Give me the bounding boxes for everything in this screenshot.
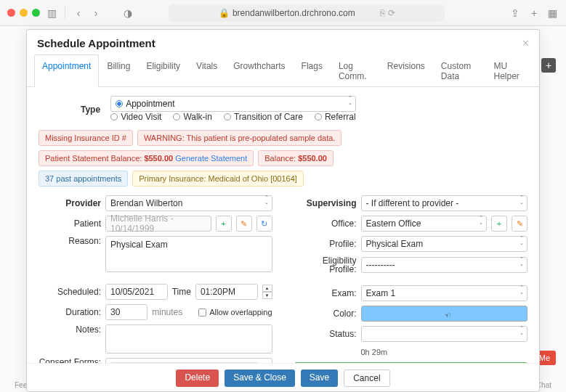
modal-tabs: AppointmentBillingEligibilityVitalsGrowt… — [27, 54, 539, 87]
alert-balance: Balance: $550.00 — [258, 150, 333, 166]
url-bar[interactable]: 🔒 brendanwilberton.drchrono.com ⎘ ⟳ — [169, 4, 445, 22]
type-walk-in[interactable]: Walk-in — [173, 112, 212, 122]
add-patient-icon[interactable]: + — [216, 216, 232, 232]
patient-input[interactable]: Michelle Harris - 10/14/1999 — [105, 216, 211, 232]
duration-input[interactable]: 30 — [105, 304, 147, 320]
tab-mu-helper[interactable]: MU Helper — [486, 54, 533, 87]
reader-icon[interactable]: ⎘ — [380, 8, 385, 18]
type-referral[interactable]: Referral — [315, 112, 356, 122]
tab-revisions[interactable]: Revisions — [379, 54, 433, 87]
notes-textarea[interactable] — [105, 324, 272, 354]
generate-statement-link[interactable]: Generate Statement — [175, 154, 247, 163]
type-transition-of-care[interactable]: Transition of Care — [224, 112, 303, 122]
reason-textarea[interactable]: Physical Exam — [105, 236, 272, 272]
supervising-select[interactable]: - If different to provider - — [361, 195, 528, 211]
cancel-button[interactable]: Cancel — [344, 369, 389, 387]
status-select[interactable] — [361, 326, 528, 342]
share-icon[interactable]: ⇪ — [509, 7, 521, 19]
reason-label: Reason: — [39, 236, 101, 246]
edit-patient-icon[interactable]: ✎ — [236, 216, 252, 232]
tab-flags[interactable]: Flags — [294, 54, 331, 87]
color-select[interactable]: ☜ — [361, 306, 528, 322]
type-appointment[interactable]: Appointment — [110, 96, 355, 112]
url-text: brendanwilberton.drchrono.com — [233, 8, 355, 18]
type-video-visit[interactable]: Video Visit — [110, 112, 161, 122]
allow-overlap-checkbox[interactable]: Allow overlapping — [198, 308, 272, 317]
tab-log-comm-[interactable]: Log Comm. — [331, 54, 379, 87]
supervising-label: Supervising — [294, 198, 357, 208]
elig-select[interactable]: ---------- — [361, 257, 528, 273]
new-tab-icon[interactable]: + — [528, 7, 540, 19]
alert-missing-ins[interactable]: Missing Insurance ID # — [39, 130, 133, 146]
color-label: Color: — [294, 309, 357, 319]
add-office-icon[interactable]: + — [491, 216, 507, 232]
date-input[interactable]: 10/05/2021 — [105, 284, 168, 300]
min-window[interactable] — [20, 9, 28, 17]
forward-icon[interactable]: › — [90, 7, 102, 19]
office-select[interactable]: Eastern Office — [361, 216, 488, 232]
provider-select[interactable]: Brendan Wilberton — [105, 195, 272, 211]
tab-appointment[interactable]: Appointment — [34, 54, 99, 87]
consent-forms[interactable]: × HIPAA Data Use Agreement (default) × N… — [105, 358, 272, 363]
time-label: Time — [172, 287, 191, 297]
tabs-icon[interactable]: ▦ — [547, 7, 559, 19]
type-row: Type AppointmentVideo VisitWalk-inTransi… — [39, 96, 527, 123]
status-label: Status: — [294, 329, 357, 339]
tab-custom-data[interactable]: Custom Data — [433, 54, 486, 87]
close-window[interactable] — [7, 9, 15, 17]
window-controls — [7, 9, 40, 17]
scheduled-label: Scheduled: — [39, 287, 101, 297]
cursor-icon: ☜ — [444, 311, 451, 320]
primary-ins: Primary Insurance: Medicaid of Ohio [001… — [132, 171, 304, 187]
exam-select[interactable]: Exam 1 — [361, 285, 528, 301]
sidebar-icon[interactable]: ▥ — [46, 7, 57, 19]
tab-billing[interactable]: Billing — [99, 54, 138, 87]
close-icon[interactable]: × — [522, 37, 529, 50]
duration-label: Duration: — [39, 307, 101, 317]
duration-unit: minutes — [152, 307, 182, 317]
tab-eligibility[interactable]: Eligibility — [138, 54, 188, 87]
elapsed-text: 0h 29m — [361, 348, 388, 356]
lock-icon: 🔒 — [219, 8, 230, 18]
elig-label: Eligibility Profile: — [294, 256, 357, 274]
save-close-button[interactable]: Save & Close — [225, 369, 295, 387]
past-appts-link[interactable]: 37 past appointments — [39, 171, 128, 187]
profile-label: Profile: — [294, 239, 357, 249]
back-icon[interactable]: ‹ — [73, 7, 84, 19]
provider-label: Provider — [39, 198, 101, 208]
alert-warning: WARNING: This patient is pre-populated s… — [137, 130, 342, 146]
refresh-patient-icon[interactable]: ↻ — [256, 216, 272, 232]
consent-label: Consent Forms: — [39, 358, 101, 363]
time-stepper[interactable]: ▲▼ — [262, 285, 272, 299]
schedule-modal: Schedule Appointment × AppointmentBillin… — [26, 29, 540, 392]
alert-stmt: Patient Statement Balance: $550.00 Gener… — [39, 150, 254, 166]
max-window[interactable] — [32, 9, 40, 17]
modal-footer: Delete Save & Close Save Cancel — [27, 363, 539, 391]
reload-icon[interactable]: ⟳ — [388, 8, 395, 18]
browser-chrome: ▥ ‹ › ◑ 🔒 brendanwilberton.drchrono.com … — [0, 0, 566, 26]
save-button[interactable]: Save — [301, 369, 338, 387]
edit-office-icon[interactable]: ✎ — [512, 216, 527, 232]
notes-label: Notes: — [39, 324, 101, 335]
tab-vitals[interactable]: Vitals — [188, 54, 225, 87]
delete-button[interactable]: Delete — [176, 369, 219, 387]
office-label: Office: — [294, 219, 357, 229]
type-label: Type — [81, 105, 100, 115]
modal-title: Schedule Appointment — [37, 37, 155, 50]
time-input[interactable]: 01:20PM — [195, 284, 258, 300]
profile-select[interactable]: Physical Exam — [361, 236, 528, 252]
exam-label: Exam: — [294, 288, 357, 298]
patient-label: Patient — [39, 219, 101, 229]
shield-icon[interactable]: ◑ — [122, 7, 134, 19]
tab-growthcharts[interactable]: Growthcharts — [225, 54, 293, 87]
add-button[interactable]: + — [541, 58, 556, 73]
